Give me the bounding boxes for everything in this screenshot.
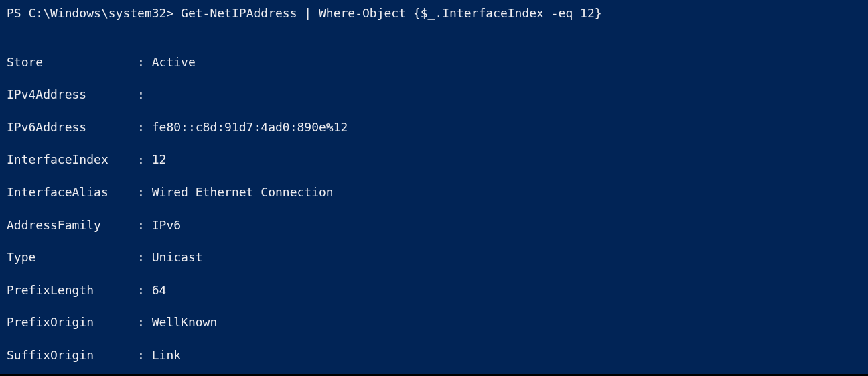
row-text: IPv6Address : fe80::c8d:91d7:4ad0:890e%1… xyxy=(7,120,348,134)
output-row: PrefixLength : 64 xyxy=(7,282,861,298)
output-row: PrefixOrigin : WellKnown xyxy=(7,314,861,330)
row-text: Type : Unicast xyxy=(7,250,203,264)
output-row: InterfaceAlias : Wired Ethernet Connecti… xyxy=(7,184,861,200)
output-row: AddressFamily : IPv6 xyxy=(7,217,861,233)
output-row: IPv6Address : fe80::c8d:91d7:4ad0:890e%1… xyxy=(7,119,861,135)
row-text: SuffixOrigin : Link xyxy=(7,348,181,362)
output-row: IPv4Address : xyxy=(7,86,861,103)
output-row: Store : Active xyxy=(7,54,861,70)
row-text: InterfaceIndex : 12 xyxy=(7,152,166,166)
output-block-0: Store : Active IPv4Address : IPv6Address… xyxy=(7,38,861,376)
output-row: Type : Unicast xyxy=(7,249,861,265)
row-text: AddressFamily : IPv6 xyxy=(7,218,181,232)
row-text: IPv4Address : xyxy=(7,87,152,101)
row-text: Store : Active xyxy=(7,55,196,69)
command-text: Get-NetIPAddress | Where-Object {$_.Inte… xyxy=(181,6,602,20)
output-row: SuffixOrigin : Link xyxy=(7,347,861,363)
row-text: PrefixLength : 64 xyxy=(7,283,166,297)
command-prompt-line[interactable]: PS C:\Windows\system32> Get-NetIPAddress… xyxy=(7,5,861,21)
row-text: InterfaceAlias : Wired Ethernet Connecti… xyxy=(7,185,334,199)
row-text: PrefixOrigin : WellKnown xyxy=(7,315,217,329)
prompt-prefix: PS C:\Windows\system32> xyxy=(7,6,173,20)
output-row: InterfaceIndex : 12 xyxy=(7,151,861,168)
